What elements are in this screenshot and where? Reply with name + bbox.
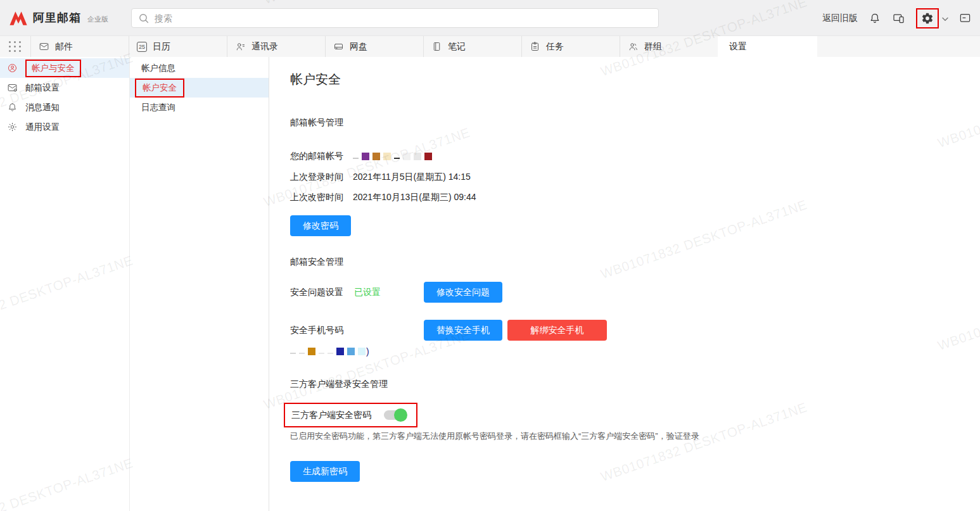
gear-icon <box>7 122 18 132</box>
change-password-button[interactable]: 修改密码 <box>290 215 351 236</box>
main-content: 帐户安全 邮箱帐号管理 您的邮箱帐号 上次登录时间 2021年11月5日(星期五… <box>270 57 980 511</box>
logo-edition-badge: 企业版 <box>87 15 108 24</box>
subnav-item-label: 帐户安全 <box>143 82 177 94</box>
top-bar: 阿里邮箱 企业版 返回旧版 <box>0 0 980 36</box>
section-account-management: 邮箱帐号管理 <box>290 116 980 129</box>
chevron-down-icon[interactable] <box>942 13 948 23</box>
sidebar-item-label: 邮箱设置 <box>25 82 60 94</box>
search-input[interactable] <box>155 13 651 23</box>
third-party-password-description: 已启用安全密码功能，第三方客户端无法使用原帐号密码登录，请在密码框输入“三方客户… <box>290 431 980 442</box>
security-phone-label: 安全手机号码 <box>290 325 343 336</box>
third-party-password-label: 三方客户端安全密码 <box>291 410 371 421</box>
generate-new-password-button[interactable]: 生成新密码 <box>290 461 360 482</box>
redaction-block <box>358 348 366 355</box>
contacts-icon <box>235 41 246 52</box>
tab-label: 群组 <box>644 41 662 53</box>
tab-settings[interactable]: 设置 <box>718 36 817 57</box>
logo-text: 阿里邮箱 <box>33 10 81 25</box>
mail-icon <box>39 41 49 52</box>
tab-notes[interactable]: 笔记 <box>423 36 521 57</box>
redaction-block <box>383 153 391 160</box>
tab-mail[interactable]: 邮件 <box>30 36 129 57</box>
search-bar[interactable] <box>131 8 659 28</box>
redaction-block <box>372 153 380 160</box>
tab-label: 笔记 <box>448 41 466 53</box>
bell-icon <box>7 102 18 113</box>
annotation-box: 帐户与安全 <box>25 60 81 77</box>
devices-icon[interactable] <box>892 12 905 25</box>
subnav-item-label: 日志查询 <box>141 102 175 113</box>
redaction-block <box>424 153 432 160</box>
app-nav-row: 邮件 25 日历 通讯录 网盘 笔记 任务 群组 设置 <box>0 36 980 57</box>
sidebar-item-label: 通用设置 <box>25 122 60 133</box>
last-password-change-label: 上次改密时间 <box>290 192 343 203</box>
tab-groups[interactable]: 群组 <box>620 36 718 57</box>
tab-label: 任务 <box>546 41 564 53</box>
security-question-label: 安全问题设置 <box>290 287 343 298</box>
back-to-old-version-link[interactable]: 返回旧版 <box>822 13 858 24</box>
toggle-knob <box>394 408 407 422</box>
sidebar-item-label: 帐户与安全 <box>32 63 75 74</box>
tab-tasks[interactable]: 任务 <box>521 36 620 57</box>
notes-icon <box>431 41 442 52</box>
subnav-item-account-info[interactable]: 帐户信息 <box>130 58 269 78</box>
tab-contacts[interactable]: 通讯录 <box>227 36 325 57</box>
last-login-label: 上次登录时间 <box>290 172 343 183</box>
tab-drive[interactable]: 网盘 <box>325 36 423 57</box>
redaction-block <box>336 348 344 355</box>
redacted-email-value <box>353 153 432 160</box>
redacted-phone-suffix: ) <box>366 346 369 356</box>
redaction-block <box>328 353 333 354</box>
tab-calendar[interactable]: 25 日历 <box>129 36 227 57</box>
email-label: 您的邮箱帐号 <box>290 151 343 162</box>
sidebar-item-notifications[interactable]: 消息通知 <box>0 98 129 117</box>
sidebar-item-account-and-security[interactable]: 帐户与安全 <box>0 58 129 78</box>
sidebar-item-label: 消息通知 <box>25 102 60 113</box>
third-party-password-toggle[interactable] <box>384 408 407 422</box>
security-question-status: 已设置 <box>354 287 381 298</box>
calendar-icon: 25 <box>137 42 147 52</box>
tasks-icon <box>530 41 540 52</box>
account-subnav: 帐户信息 帐户安全 日志查询 <box>130 57 269 511</box>
last-login-value: 2021年11月5日(星期五) 14:15 <box>353 172 471 183</box>
change-security-question-button[interactable]: 修改安全问题 <box>424 282 502 303</box>
gear-icon[interactable] <box>921 12 934 25</box>
settings-sidebar: 帐户与安全 邮箱设置 消息通知 通用设置 <box>0 57 130 511</box>
logo-m-icon <box>9 10 28 26</box>
search-icon <box>139 13 149 23</box>
last-password-change-value: 2021年10月13日(星期三) 09:44 <box>353 192 476 203</box>
section-third-party-client: 三方客户端登录安全管理 <box>290 377 980 390</box>
grid-icon <box>9 41 22 52</box>
app-logo: 阿里邮箱 企业版 <box>0 10 108 26</box>
unbind-security-phone-button[interactable]: 解绑安全手机 <box>507 320 607 341</box>
redaction-block <box>299 353 305 354</box>
redaction-block <box>353 158 359 159</box>
subnav-item-label: 帐户信息 <box>141 63 175 74</box>
groups-icon <box>628 41 639 52</box>
redaction-block <box>290 353 296 354</box>
redacted-phone-value <box>290 348 366 355</box>
section-mailbox-security: 邮箱安全管理 <box>290 255 980 268</box>
tab-label: 邮件 <box>55 41 73 53</box>
subnav-item-log-query[interactable]: 日志查询 <box>130 98 269 117</box>
tab-label: 网盘 <box>350 41 367 53</box>
redaction-block <box>347 348 355 355</box>
tab-label: 设置 <box>729 41 747 53</box>
redaction-block <box>308 348 315 355</box>
replace-security-phone-button[interactable]: 替换安全手机 <box>424 320 502 341</box>
settings-gear-annotation-box <box>916 8 939 28</box>
app-grid-button[interactable] <box>0 36 30 57</box>
drive-icon <box>333 41 344 52</box>
user-circle-icon <box>7 63 18 73</box>
redaction-block <box>319 353 324 354</box>
redaction-block <box>394 158 400 159</box>
feedback-icon[interactable] <box>959 12 971 24</box>
bell-icon[interactable] <box>869 12 881 25</box>
sidebar-item-general-settings[interactable]: 通用设置 <box>0 117 129 137</box>
third-party-password-annotation-box: 三方客户端安全密码 <box>284 403 417 427</box>
tab-label: 通讯录 <box>251 41 278 53</box>
tab-label: 日历 <box>153 41 170 53</box>
sidebar-item-mail-settings[interactable]: 邮箱设置 <box>0 78 129 98</box>
mail-settings-icon <box>7 82 18 93</box>
subnav-item-account-security[interactable]: 帐户安全 <box>130 78 269 98</box>
